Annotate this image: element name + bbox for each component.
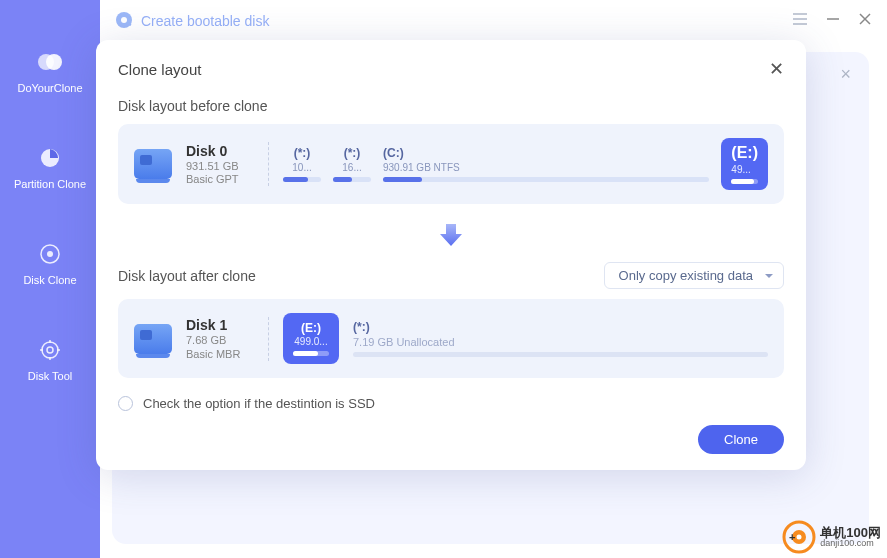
clone-layout-modal: Clone layout ✕ Disk layout before clone …: [96, 40, 806, 470]
sidebar-item-label: Partition Clone: [0, 178, 100, 190]
sidebar-item-disk-clone[interactable]: Disk Clone: [0, 230, 100, 306]
close-icon[interactable]: [858, 12, 872, 30]
arrow-down-icon: [436, 220, 466, 250]
svg-point-21: [797, 535, 802, 540]
minimize-icon[interactable]: [826, 12, 840, 30]
disk-size: 931.51 GB: [186, 159, 254, 173]
sidebar-item-partition-clone[interactable]: Partition Clone: [0, 134, 100, 210]
before-clone-label: Disk layout before clone: [118, 98, 784, 114]
partition-item-e[interactable]: (E:) 49...: [721, 138, 768, 190]
svg-point-6: [47, 347, 53, 353]
disk-name: Disk 0: [186, 143, 254, 159]
gear-icon: [36, 336, 64, 364]
sidebar: DoYourClone Partition Clone Disk Clone D…: [0, 0, 100, 558]
divider: [268, 142, 269, 186]
svg-text:+: +: [789, 531, 795, 543]
disk-type: Basic GPT: [186, 173, 254, 185]
disk-info: Disk 0 931.51 GB Basic GPT: [186, 143, 254, 185]
disk-after-row: Disk 1 7.68 GB Basic MBR (E:) 499.0... (…: [118, 299, 784, 378]
copy-mode-dropdown[interactable]: Only copy existing data: [604, 262, 784, 289]
sidebar-item-label: Disk Tool: [0, 370, 100, 382]
checkbox-icon[interactable]: [118, 396, 133, 411]
svg-point-1: [46, 54, 62, 70]
divider: [268, 317, 269, 361]
bootable-disk-icon: [115, 11, 133, 32]
partitions-before: (*:) 10... (*:) 16... (C:) 930.91 GB NTF…: [283, 138, 768, 190]
partition-item-e[interactable]: (E:) 499.0...: [283, 313, 339, 364]
svg-point-4: [47, 251, 53, 257]
disk-info: Disk 1 7.68 GB Basic MBR: [186, 317, 254, 359]
after-clone-label: Disk layout after clone: [118, 268, 256, 284]
svg-point-12: [121, 17, 127, 23]
ssd-checkbox-row[interactable]: Check the option if the destintion is SS…: [118, 396, 784, 411]
partition-item[interactable]: (*:) 16...: [333, 146, 371, 182]
ssd-checkbox-label: Check the option if the destintion is SS…: [143, 396, 375, 411]
clone-button[interactable]: Clone: [698, 425, 784, 454]
topbar-title: Create bootable disk: [141, 13, 269, 29]
watermark: + 单机100网 danji100.com: [782, 520, 881, 554]
svg-point-5: [42, 342, 58, 358]
disk-icon: [134, 324, 172, 354]
watermark-url: danji100.com: [820, 539, 881, 548]
menu-icon[interactable]: [792, 12, 808, 30]
disk-before-row: Disk 0 931.51 GB Basic GPT (*:) 10... (*…: [118, 124, 784, 204]
pie-icon: [36, 144, 64, 172]
topbar: Create bootable disk: [100, 0, 887, 42]
sidebar-item-label: Disk Clone: [0, 274, 100, 286]
disk-size: 7.68 GB: [186, 333, 254, 347]
sidebar-item-label: DoYourClone: [0, 82, 100, 94]
modal-close-icon[interactable]: ✕: [769, 58, 784, 80]
sidebar-item-doyourclone[interactable]: DoYourClone: [0, 38, 100, 114]
disk-icon: [134, 149, 172, 179]
partition-unallocated[interactable]: (*:) 7.19 GB Unallocated: [353, 320, 768, 357]
topbar-title-area: Create bootable disk: [115, 11, 269, 32]
watermark-logo-icon: +: [782, 520, 816, 554]
disk-type: Basic MBR: [186, 348, 254, 360]
disk-clone-icon: [36, 240, 64, 268]
bg-close-icon[interactable]: ×: [840, 64, 851, 85]
modal-title: Clone layout: [118, 61, 201, 78]
partition-item[interactable]: (C:) 930.91 GB NTFS: [383, 146, 709, 182]
disk-name: Disk 1: [186, 317, 254, 333]
logo-icon: [36, 48, 64, 76]
partition-item[interactable]: (*:) 10...: [283, 146, 321, 182]
sidebar-item-disk-tool[interactable]: Disk Tool: [0, 326, 100, 402]
